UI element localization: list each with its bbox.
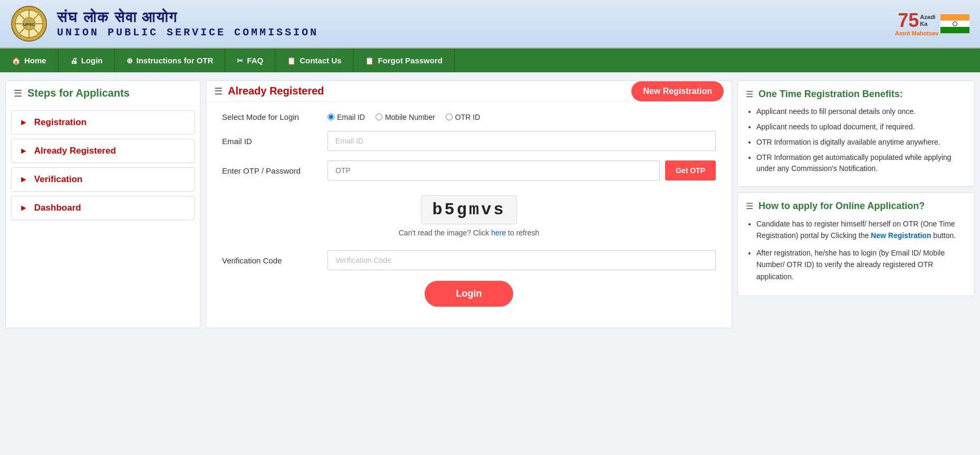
how-to-list: Candidate has to register himself/ herse…	[746, 218, 966, 282]
step-arrow-2: ►	[20, 146, 28, 156]
new-registration-button[interactable]: New Registration	[631, 81, 724, 101]
nav-forgot-password[interactable]: 📋 Forgot Password	[353, 49, 455, 72]
navbar: 🏠 Home 🖨 Login ⊕ Instructions for OTR ✂ …	[0, 49, 980, 72]
step-arrow-3: ►	[20, 175, 28, 184]
email-row: Email ID	[222, 131, 716, 151]
nav-home[interactable]: 🏠 Home	[0, 49, 59, 72]
hindi-title: संघ लोक सेवा आयोग	[57, 9, 319, 26]
otr-label: OTR ID	[455, 113, 480, 121]
mobile-label: Mobile Number	[385, 113, 435, 121]
step-arrow-1: ►	[20, 118, 28, 127]
captcha-section: b5gmvs Can't read the image? Click here …	[222, 190, 716, 242]
nav-contact[interactable]: 📋 Contact Us	[275, 49, 353, 72]
nav-faq[interactable]: ✂ FAQ	[225, 49, 275, 72]
nav-home-label: Home	[24, 56, 46, 65]
nav-faq-label: FAQ	[247, 56, 263, 65]
header: UPSC संघ लोक सेवा आयोग UNION PUBLIC SERV…	[0, 0, 980, 49]
captcha-prefix: Can't read the image? Click	[399, 229, 489, 237]
azadi-badge: 75 Azadi Ka Amrit Mahotsav	[893, 5, 940, 42]
login-form: Select Mode for Login Email ID Mobile Nu…	[206, 102, 732, 317]
azadi-line2: Ka	[920, 21, 935, 27]
benefit-item-1: Applicant needs to fill personal details…	[756, 106, 966, 117]
otp-label: Enter OTP / Password	[222, 166, 328, 175]
contact-icon: 📋	[287, 56, 296, 65]
main-content: ☰ Steps for Applicants ► Registration ► …	[0, 72, 980, 336]
left-panel-header: ☰ Steps for Applicants	[6, 81, 200, 106]
benefits-header: ☰ One Time Registration Benefits:	[746, 89, 966, 100]
otr-id-option[interactable]: OTR ID	[446, 113, 480, 121]
svg-rect-12	[940, 14, 969, 21]
benefit-item-3: OTR Information is digitally available a…	[756, 137, 966, 148]
nav-login-label: Login	[81, 56, 103, 65]
svg-text:UPSC: UPSC	[23, 22, 35, 27]
verification-row: Verification Code	[222, 250, 716, 270]
mobile-radio[interactable]	[376, 113, 382, 120]
step-registration[interactable]: ► Registration	[11, 110, 195, 135]
verification-input-area	[328, 250, 716, 270]
mode-selection-row: Select Mode for Login Email ID Mobile Nu…	[222, 112, 716, 121]
otp-input-area: Get OTP	[328, 160, 716, 181]
azadi-line1: Azadi	[920, 14, 935, 21]
benefit-item-4: OTR Information get automatically popula…	[756, 152, 966, 174]
step-label-3: Verification	[34, 174, 83, 185]
how-to-step-1: Candidate has to register himself/ herse…	[756, 218, 966, 242]
captcha-suffix: to refresh	[508, 229, 539, 237]
home-icon: 🏠	[12, 56, 21, 65]
steps-title: Steps for Applicants	[27, 87, 130, 99]
email-id-radio[interactable]	[328, 113, 334, 120]
nav-contact-label: Contact Us	[300, 56, 341, 65]
step-verification[interactable]: ► Verification	[11, 167, 195, 192]
center-menu-icon: ☰	[214, 86, 223, 97]
menu-icon: ☰	[14, 88, 22, 99]
mode-radio-group: Email ID Mobile Number OTR ID	[328, 113, 716, 121]
mode-label: Select Mode for Login	[222, 112, 328, 121]
nav-login[interactable]: 🖨 Login	[59, 49, 115, 72]
step-arrow-4: ►	[20, 203, 28, 213]
benefits-title: One Time Registration Benefits:	[758, 89, 903, 100]
captcha-refresh-link[interactable]: here	[491, 229, 506, 237]
benefit-item-2: Applicant needs to upload document, if r…	[756, 121, 966, 132]
how-to-header: ☰ How to apply for Online Application?	[746, 201, 966, 212]
benefits-list: Applicant needs to fill personal details…	[746, 106, 966, 174]
benefits-box: ☰ One Time Registration Benefits: Applic…	[737, 80, 975, 187]
instructions-icon: ⊕	[127, 56, 133, 65]
center-panel-header: ☰ Already Registered New Registration	[206, 81, 732, 102]
login-icon: 🖨	[70, 56, 78, 65]
mobile-number-option[interactable]: Mobile Number	[376, 113, 435, 121]
otp-row: Enter OTP / Password Get OTP	[222, 160, 716, 181]
how-to-menu-icon: ☰	[746, 201, 753, 211]
nav-instructions-label: Instructions for OTR	[137, 56, 214, 65]
left-panel: ☰ Steps for Applicants ► Registration ► …	[5, 80, 200, 328]
forgot-icon: 📋	[365, 56, 374, 65]
how-to-title: How to apply for Online Application?	[758, 201, 925, 212]
benefits-menu-icon: ☰	[746, 89, 753, 99]
login-button[interactable]: Login	[425, 281, 514, 307]
how-to-box: ☰ How to apply for Online Application? C…	[737, 192, 975, 296]
step-dashboard[interactable]: ► Dashboard	[11, 196, 195, 220]
how-to-new-reg-link[interactable]: New Registration	[871, 231, 931, 240]
right-panel: ☰ One Time Registration Benefits: Applic…	[737, 80, 975, 328]
login-btn-row: Login	[222, 281, 716, 307]
english-title: UNION PUBLIC SERVICE COMMISSION	[57, 26, 319, 39]
email-input-area	[328, 131, 716, 151]
faq-icon: ✂	[237, 56, 243, 65]
svg-rect-14	[940, 27, 969, 33]
captcha-image: b5gmvs	[421, 195, 516, 224]
header-title: संघ लोक सेवा आयोग UNION PUBLIC SERVICE C…	[57, 9, 319, 39]
otp-input[interactable]	[328, 160, 660, 181]
get-otp-button[interactable]: Get OTP	[665, 160, 716, 181]
azadi-number: 75	[898, 11, 919, 30]
otr-radio[interactable]	[446, 113, 453, 120]
how-to-step-2: After registration, he/she has to login …	[756, 247, 966, 282]
email-id-option[interactable]: Email ID	[328, 113, 365, 121]
nav-instructions[interactable]: ⊕ Instructions for OTR	[115, 49, 226, 72]
step-label-4: Dashboard	[34, 203, 81, 213]
step-label-1: Registration	[34, 117, 87, 128]
email-id-label: Email ID	[337, 113, 365, 121]
verification-label: Verification Code	[222, 256, 328, 265]
step-label-2: Already Registered	[34, 146, 116, 156]
verification-input[interactable]	[328, 250, 716, 270]
step-already-registered[interactable]: ► Already Registered	[11, 139, 195, 163]
email-input[interactable]	[328, 131, 716, 151]
email-label: Email ID	[222, 137, 328, 146]
